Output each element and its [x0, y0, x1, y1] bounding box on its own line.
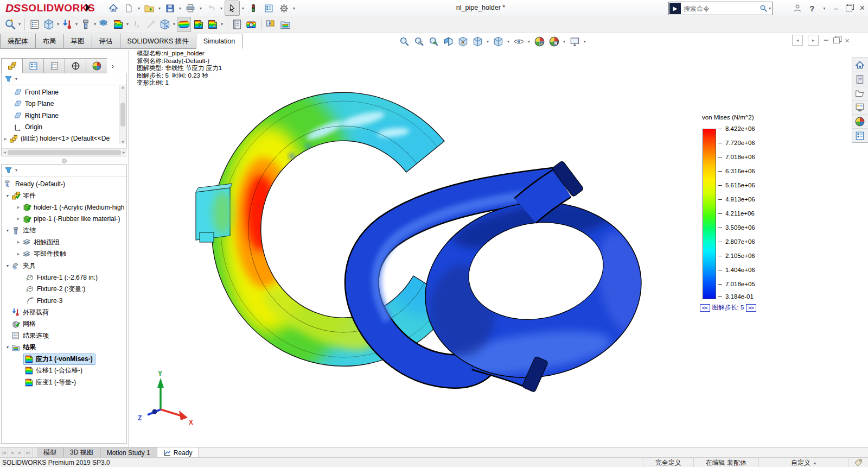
tree-group-connections[interactable]: ▼ 连结: [2, 225, 126, 237]
tab-3d-views[interactable]: 3D 视图: [63, 447, 100, 458]
print-button[interactable]: [183, 1, 197, 15]
options-gear-button[interactable]: [277, 1, 291, 15]
tree-vertical-scrollbar[interactable]: ▲ ▼: [119, 85, 126, 144]
pipe[interactable]: [362, 160, 672, 394]
run-study-button[interactable]: [112, 17, 125, 31]
tab-evaluate[interactable]: 评估: [92, 34, 120, 49]
scrollbar-thumb[interactable]: [120, 103, 125, 127]
tree-item-holder-part[interactable]: ▶ holder-1 (-Acrylic (Medium-high: [2, 201, 126, 213]
print-caret-icon[interactable]: ▾: [199, 6, 203, 11]
view-orientation-button[interactable]: [471, 35, 484, 48]
apply-material-caret-icon[interactable]: ▾: [56, 22, 60, 27]
save-button[interactable]: [163, 1, 177, 15]
tree-item-origin[interactable]: Origin: [2, 122, 126, 134]
view-settings-caret-icon[interactable]: ▾: [583, 39, 587, 44]
tag-button[interactable]: [848, 458, 868, 467]
model-3d[interactable]: Y X Z: [129, 50, 868, 447]
view-settings-button[interactable]: [568, 35, 581, 48]
tab-dimxpertmanager[interactable]: [65, 58, 86, 73]
section-view-button[interactable]: [442, 35, 455, 48]
tree-group-parts[interactable]: ▼ 零件: [2, 190, 126, 202]
tab-configurationmanager[interactable]: [43, 58, 65, 73]
expand-collapsed-icon[interactable]: ▶: [15, 217, 22, 221]
expand-collapsed-icon[interactable]: ▶: [15, 205, 22, 210]
tab-scroll-next-button[interactable]: ▶: [16, 447, 24, 458]
doc-minimize-button[interactable]: –: [824, 35, 828, 45]
tab-scroll-prev-button[interactable]: ◀: [8, 447, 16, 458]
search-input[interactable]: [682, 4, 760, 13]
compare-configurations-button[interactable]: [265, 17, 278, 31]
new-study-button[interactable]: [4, 17, 17, 31]
view-palette-button[interactable]: [852, 100, 867, 115]
tab-scroll-first-button[interactable]: |◀: [0, 447, 8, 458]
custom-caret-up-icon[interactable]: ▴: [814, 460, 816, 465]
tree-group-results[interactable]: ▼ 结果: [2, 342, 126, 354]
tree-item-stress-plot[interactable]: σ 应力1 (-vonMises-): [2, 354, 126, 365]
tab-layout[interactable]: 布局: [36, 34, 64, 49]
tree-item-pipe-part[interactable]: ▶ pipe-1 (-Rubber like material-): [2, 213, 126, 225]
undo-caret-icon[interactable]: ▾: [219, 6, 224, 11]
restore-button[interactable]: [846, 5, 852, 11]
tree-item-fixture-3[interactable]: Fixture-3: [2, 295, 126, 307]
filter-funnel-icon[interactable]: [4, 75, 12, 83]
deformed-result-caret-icon[interactable]: ▾: [172, 22, 176, 27]
tree-item-right-plane[interactable]: Right Plane: [2, 110, 126, 122]
study-root[interactable]: Ready (-Default-): [2, 178, 126, 190]
menu-expand-icon[interactable]: [86, 3, 90, 12]
dynamic-annotation-button[interactable]: A: [456, 35, 469, 48]
connections-caret-icon[interactable]: ▾: [93, 22, 97, 27]
tree-item-strain-plot[interactable]: ε 应变1 (-等量-): [2, 377, 126, 389]
search-caret-icon[interactable]: ▾: [768, 6, 772, 11]
plot-results-button[interactable]: [177, 17, 191, 32]
tree-filter-row[interactable]: ▾: [2, 73, 126, 85]
minimize-button[interactable]: –: [834, 4, 838, 12]
tree-item-fixture-2[interactable]: Fixture-2 (:变量:): [2, 283, 126, 295]
scroll-down-icon[interactable]: ▼: [121, 140, 125, 144]
tab-simulation[interactable]: Simulation: [196, 34, 242, 49]
file-properties-button[interactable]: [261, 1, 276, 15]
tree-item-displacement-plot[interactable]: u 位移1 (-合位移-): [2, 365, 126, 377]
tree-item-contact-sets[interactable]: ▶ 相触面组: [2, 237, 126, 249]
scroll-left-icon[interactable]: ◄: [3, 150, 7, 154]
holder-mount-tab[interactable]: [196, 184, 232, 242]
custom-dropdown[interactable]: 自定义 ▴: [759, 458, 848, 467]
user-account-icon[interactable]: [793, 4, 802, 12]
tab-model[interactable]: 模型: [37, 447, 63, 458]
collapse-left-pane-button[interactable]: ◂: [792, 35, 803, 46]
new-caret-icon[interactable]: ▾: [137, 6, 141, 11]
splitter-grip-icon[interactable]: [62, 159, 67, 163]
loads-advisor-caret-icon[interactable]: ▾: [74, 22, 79, 27]
options-caret-icon[interactable]: ▾: [292, 6, 296, 11]
connections-advisor-button[interactable]: [79, 17, 92, 31]
search-icon[interactable]: [760, 4, 768, 12]
study-list-button[interactable]: [28, 17, 41, 31]
report-button[interactable]: [231, 17, 244, 31]
appearances-button[interactable]: [852, 115, 867, 129]
select-cursor-button[interactable]: [225, 1, 240, 16]
taskpane-home-button[interactable]: [852, 58, 867, 72]
new-document-button[interactable]: [122, 1, 136, 15]
edit-appearance-button[interactable]: [533, 35, 546, 48]
apply-scene-caret-icon[interactable]: ▾: [562, 39, 566, 44]
open-caret-icon[interactable]: ▾: [157, 6, 162, 11]
expand-open-icon[interactable]: ▼: [4, 194, 11, 198]
close-button[interactable]: ×: [860, 3, 865, 13]
panel-tabs-more-icon[interactable]: ›: [107, 59, 119, 73]
hide-show-items-button[interactable]: [512, 35, 525, 48]
tree-item-result-options[interactable]: 结果选项: [2, 330, 126, 342]
zoom-to-area-button[interactable]: [412, 35, 425, 48]
display-style-caret-icon[interactable]: ▾: [506, 39, 510, 44]
results-tools-caret-icon[interactable]: ▾: [220, 22, 224, 27]
view-orientation-caret-icon[interactable]: ▾: [486, 39, 490, 44]
apply-material-button[interactable]: [42, 17, 55, 31]
tab-displaymanager[interactable]: [86, 58, 107, 73]
tree-item-fixture-1[interactable]: Fixture-1 (:-2.678 in:): [2, 272, 126, 283]
collapse-right-pane-button[interactable]: ▸: [808, 35, 819, 46]
loads-advisor-button[interactable]: [61, 17, 74, 31]
zoom-to-fit-button[interactable]: [398, 35, 411, 48]
doc-restore-button[interactable]: [833, 37, 840, 43]
tree-item-holder-component[interactable]: ▶ (固定) holder<1> (Default<<De: [2, 133, 126, 145]
tag-icon[interactable]: [854, 458, 863, 467]
save-caret-icon[interactable]: ▾: [178, 6, 182, 11]
help-caret-icon[interactable]: ▾: [822, 6, 826, 11]
